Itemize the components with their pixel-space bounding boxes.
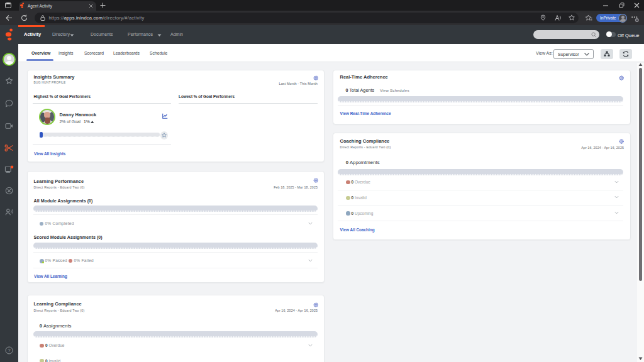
svg-text:?: ? [8,348,11,353]
